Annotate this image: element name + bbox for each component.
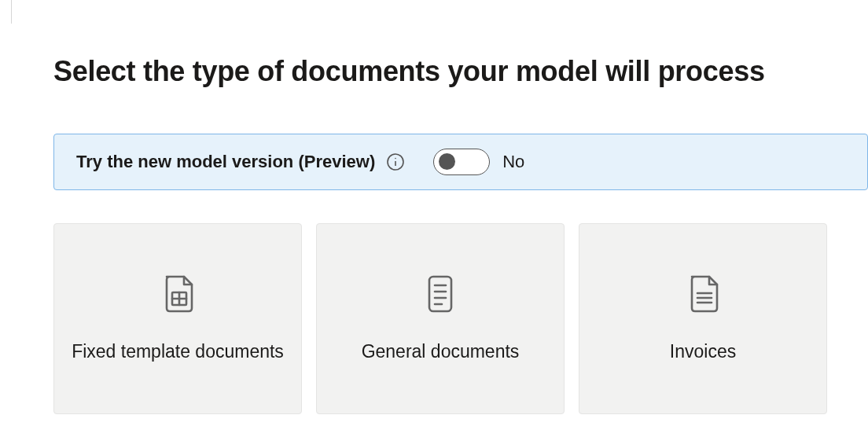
divider	[11, 0, 12, 24]
toggle-state-label: No	[502, 152, 524, 172]
svg-rect-6	[429, 277, 451, 311]
card-label: Fixed template documents	[72, 340, 284, 364]
document-invoice-icon	[686, 274, 720, 314]
toggle-knob	[439, 153, 455, 170]
document-table-icon	[160, 274, 195, 314]
info-icon[interactable]	[386, 152, 405, 171]
preview-notice-bar: Try the new model version (Preview) No	[53, 134, 868, 190]
preview-toggle-group: No	[433, 149, 524, 175]
document-list-icon	[423, 274, 458, 314]
preview-toggle[interactable]	[433, 149, 490, 175]
card-label: General documents	[362, 340, 520, 364]
document-type-cards: Fixed template documents General documen…	[53, 223, 868, 414]
card-invoices[interactable]: Invoices	[579, 223, 827, 414]
card-label: Invoices	[670, 340, 736, 364]
main-content: Select the type of documents your model …	[0, 0, 868, 414]
preview-notice-label: Try the new model version (Preview)	[76, 152, 375, 172]
svg-point-1	[395, 158, 396, 160]
card-fixed-template[interactable]: Fixed template documents	[53, 223, 302, 414]
page-title: Select the type of documents your model …	[53, 55, 868, 88]
card-general-documents[interactable]: General documents	[316, 223, 565, 414]
